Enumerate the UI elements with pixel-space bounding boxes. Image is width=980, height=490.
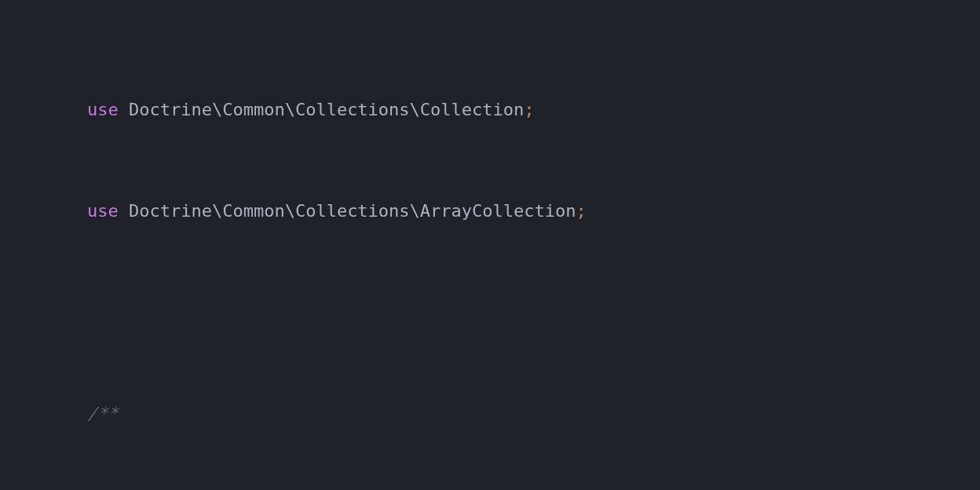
- keyword-use: use: [87, 201, 119, 221]
- doc-comment-line[interactable]: * @return ArrayCollection<int, User>: [46, 464, 980, 490]
- doc-comment-open[interactable]: /**: [46, 363, 980, 464]
- namespace: Doctrine\Common\Collections\Collection: [119, 100, 525, 119]
- namespace: Doctrine\Common\Collections\ArrayCollect…: [119, 201, 576, 221]
- semicolon: ;: [576, 201, 587, 221]
- keyword-use: use: [87, 100, 119, 119]
- code-line-empty[interactable]: [46, 261, 980, 363]
- code-line[interactable]: use Doctrine\Common\Collections\ArrayCol…: [46, 160, 980, 261]
- code-editor[interactable]: use Doctrine\Common\Collections\Collecti…: [0, 0, 980, 490]
- code-line[interactable]: use Doctrine\Common\Collections\Collecti…: [46, 59, 980, 160]
- comment-text: /**: [87, 404, 119, 423]
- semicolon: ;: [524, 100, 534, 119]
